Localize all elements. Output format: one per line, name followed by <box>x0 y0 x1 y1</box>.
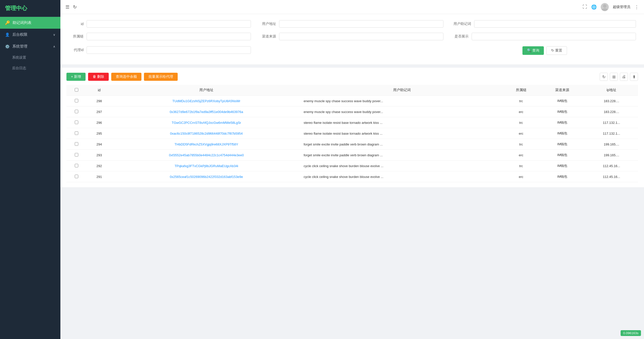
query-balance-button[interactable]: 查询选中余额 <box>111 73 141 81</box>
row-checkbox-cell <box>66 171 87 182</box>
row-ip: 183.228.... <box>585 106 638 117</box>
row-checkbox-cell <box>66 161 87 171</box>
table-body: 298 TUdMDu1GEzsNSjZEPz6RXobyTpU8A5NsWr e… <box>66 96 638 182</box>
sidebar-item-backend-permissions[interactable]: 👤 后台权限 ∨ <box>0 29 60 41</box>
filter-id-input[interactable] <box>87 20 251 28</box>
row-chain: trc <box>503 96 540 106</box>
filter-mnemonic-input[interactable] <box>474 20 636 28</box>
row-id: 291 <box>87 171 112 182</box>
search-button[interactable]: 🔍 查询 <box>522 46 544 55</box>
row-address: 0x3627d9e672b1f9a7ed9a3ff51e004de9b46397… <box>112 106 301 117</box>
row-checkbox[interactable] <box>75 121 78 124</box>
row-chain: erc <box>503 106 540 117</box>
svg-point-1 <box>602 8 608 11</box>
reset-button[interactable]: ↻ 重置 <box>546 46 567 55</box>
col-mnemonic: 用户助记词 <box>301 85 502 96</box>
delete-button[interactable]: 🗑 删除 <box>88 73 109 81</box>
table-row: 292 TPqkafxg3FTvCGkPj8bJGRuMaEUgcAb34i c… <box>66 161 638 171</box>
filter-grid: id 用户地址 用户助记词 所属链 渠道来源 <box>68 20 636 55</box>
more-options-icon[interactable]: ⋮ <box>634 4 639 10</box>
filter-show-input[interactable] <box>472 33 636 40</box>
row-id: 296 <box>87 117 112 128</box>
sidebar-item-mnemonic-list[interactable]: 🔑 助记词列表 <box>0 17 60 29</box>
row-source: IM钱包 <box>540 106 585 117</box>
address-link[interactable]: 0xf3552e45ab7855b0e4484c22c1c4754d444e3e… <box>169 153 244 157</box>
row-checkbox[interactable] <box>75 142 78 146</box>
filter-row-agent-id: 代理id <box>68 45 251 55</box>
row-address: 0x2565ceaf1c50269096b2422f332d163abf153e… <box>112 171 301 182</box>
col-chain: 所属链 <box>503 85 540 96</box>
table-print-button[interactable]: 🖨 <box>620 73 628 81</box>
table-row: 295 0xac6c150c8f7186528c2d966448f70dc7f8… <box>66 128 638 139</box>
key-icon: 🔑 <box>5 20 10 25</box>
address-link[interactable]: 0x2565ceaf1c50269096b2422f332d163abf153e… <box>170 175 243 179</box>
row-checkbox-cell <box>66 106 87 117</box>
row-ip: 183.228.... <box>585 96 638 106</box>
row-checkbox[interactable] <box>75 175 78 178</box>
filter-mnemonic-label: 用户助记词 <box>453 22 471 26</box>
table-row: 296 TGwGC2PCCrnST8xAfQJocGw6mMWe58LgSr s… <box>66 117 638 128</box>
col-ip: ip地址 <box>585 85 638 96</box>
row-checkbox[interactable] <box>75 164 78 167</box>
filter-address-label: 用户地址 <box>261 22 276 26</box>
chevron-up-icon: ∧ <box>53 45 55 48</box>
row-source: IM钱包 <box>540 117 585 128</box>
toolbar-left: + 新增 🗑 删除 查询选中余额 批量展示给代理 <box>66 73 178 81</box>
row-source: IM钱包 <box>540 139 585 150</box>
filter-agent-input[interactable] <box>87 46 251 54</box>
avatar <box>601 3 609 11</box>
filter-chain-input[interactable] <box>87 33 251 40</box>
address-link[interactable]: THbDD5FdRkchZ5XVgjq9re68XJXP9Tf58Y <box>175 142 238 146</box>
sidebar-logo: 管理中心 <box>0 0 60 17</box>
row-checkbox-cell <box>66 139 87 150</box>
select-all-checkbox[interactable] <box>75 88 78 92</box>
row-checkbox[interactable] <box>75 99 78 102</box>
table-export-button[interactable]: ⬆ <box>630 73 638 81</box>
filter-agent-label: 代理id <box>68 48 84 52</box>
address-link[interactable]: 0xac6c150c8f7186528c2d966448f70dc7f87b59… <box>170 132 243 135</box>
row-chain: trc <box>503 161 540 171</box>
table-toolbar: + 新增 🗑 删除 查询选中余额 批量展示给代理 ↻ ⊞ 🖨 ⬆ <box>66 73 638 81</box>
row-id: 298 <box>87 96 112 106</box>
table-area: + 新增 🗑 删除 查询选中余额 批量展示给代理 ↻ ⊞ 🖨 ⬆ <box>60 68 644 187</box>
filter-row-show-status: 是否展示 <box>453 33 636 40</box>
row-checkbox[interactable] <box>75 153 78 157</box>
filter-channel-input[interactable] <box>279 33 443 40</box>
row-mnemonic: stereo flame isolate resist base tornado… <box>301 128 502 139</box>
menu-toggle-icon[interactable]: ☰ <box>65 4 69 10</box>
row-id: 295 <box>87 128 112 139</box>
filter-chain-label: 所属链 <box>68 34 84 39</box>
table-row: 298 TUdMDu1GEzsNSjZEPz6RXobyTpU8A5NsWr e… <box>66 96 638 106</box>
add-button[interactable]: + 新增 <box>66 73 86 81</box>
row-id: 294 <box>87 139 112 150</box>
filter-id-label: id <box>68 22 84 26</box>
topbar: ☰ ↻ ⛶ 🌐 超级管理员 ⋮ <box>60 0 644 14</box>
sidebar-item-system-management[interactable]: ⚙️ 系统管理 ∧ <box>0 41 60 52</box>
address-link[interactable]: 0x3627d9e672b1f9a7ed9a3ff51e004de9b46397… <box>170 110 243 114</box>
row-source: IM钱包 <box>540 161 585 171</box>
refresh-icon[interactable]: ↻ <box>73 4 77 10</box>
row-checkbox[interactable] <box>75 110 78 113</box>
row-chain: erc <box>503 150 540 161</box>
filter-address-input[interactable] <box>279 20 443 28</box>
row-checkbox[interactable] <box>75 131 78 135</box>
filter-row-chain: 所属链 <box>68 33 251 40</box>
row-mnemonic: enemy muscle spy chase success wave budd… <box>301 96 502 106</box>
sidebar-sub-item-backend-log[interactable]: 后台日志 <box>0 63 60 73</box>
batch-show-button[interactable]: 批量展示给代理 <box>144 73 178 81</box>
globe-icon[interactable]: 🌐 <box>591 4 597 10</box>
sidebar-system-management-label: 系统管理 <box>12 44 27 49</box>
address-link[interactable]: TPqkafxg3FTvCGkPj8bJGRuMaEUgcAb34i <box>175 164 238 168</box>
address-link[interactable]: TGwGC2PCCrnST8xAfQJocGw6mMWe58LgSr <box>172 121 241 125</box>
row-ip: 112.45.16... <box>585 161 638 171</box>
table-columns-button[interactable]: ⊞ <box>610 73 618 81</box>
fullscreen-icon[interactable]: ⛶ <box>583 4 587 10</box>
sidebar-sub-item-system-settings[interactable]: 系统设置 <box>0 52 60 63</box>
row-checkbox-cell <box>66 117 87 128</box>
address-link[interactable]: TUdMDu1GEzsNSjZEPz6RXobyTpU8A5NsWr <box>172 99 240 103</box>
table-refresh-button[interactable]: ↻ <box>600 73 608 81</box>
row-checkbox-cell <box>66 128 87 139</box>
toolbar-right: ↻ ⊞ 🖨 ⬆ <box>600 73 638 81</box>
row-id: 292 <box>87 161 112 171</box>
row-mnemonic: enemy muscle spy chase success wave budd… <box>301 106 502 117</box>
